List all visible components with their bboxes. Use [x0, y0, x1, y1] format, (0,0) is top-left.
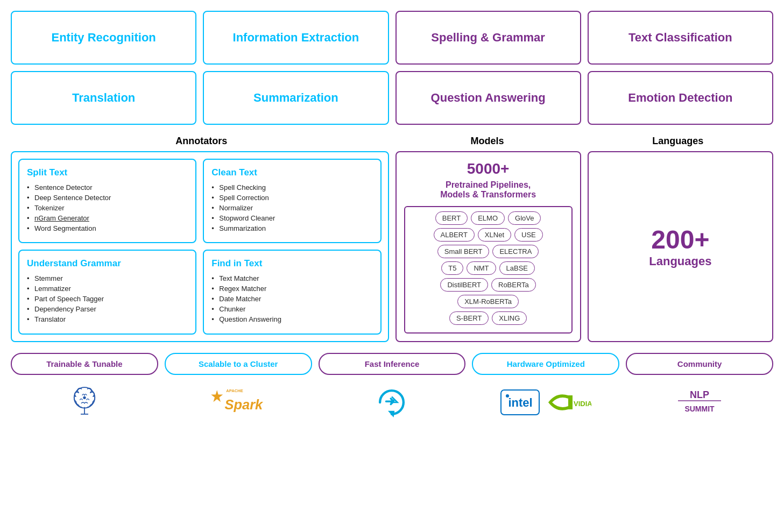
model-row-7: S-BERT XLING [409, 311, 567, 325]
model-tag: DistilBERT [440, 278, 488, 292]
svg-text:NLP: NLP [690, 389, 709, 400]
svg-point-10 [506, 394, 509, 398]
model-tag: XLM-RoBERTa [457, 295, 519, 308]
arrow-logo-cell [319, 384, 466, 421]
list-item: Stopword Cleaner [211, 213, 372, 223]
list-item: Deep Sentence Detector [27, 193, 188, 203]
model-tag: LaBSE [499, 261, 535, 275]
nlp-summit-logo-icon: NLP SUMMIT [673, 385, 726, 420]
brain-logo-icon [66, 384, 103, 421]
languages-label: Languages [583, 136, 773, 147]
middle-section: Split Text Sentence Detector Deep Senten… [11, 151, 773, 342]
languages-content: 200+ Languages [649, 225, 711, 268]
clean-text-title: Clean Text [211, 167, 372, 178]
hardware-logos-cell: intel VIDIA [472, 389, 619, 416]
spark-logo-cell: APACHE Spark [165, 384, 312, 421]
cap-translation[interactable]: Translation [11, 71, 196, 125]
feature-trainable[interactable]: Trainable & Tunable [11, 353, 158, 375]
model-tag: ELMO [471, 211, 505, 225]
svg-marker-7 [388, 410, 394, 417]
feature-scalable[interactable]: Scalable to a Cluster [165, 353, 312, 375]
features-strip: Trainable & Tunable Scalable to a Cluste… [11, 353, 773, 375]
list-item: Question Answering [211, 314, 372, 324]
model-row-5: DistilBERT RoBERTa [409, 278, 567, 292]
languages-count: 200+ [649, 225, 711, 254]
annotators-label: Annotators [11, 136, 392, 147]
understand-grammar-box: Understand Grammar Stemmer Lemmatizer Pa… [18, 250, 196, 334]
section-labels: Annotators Models Languages [11, 136, 773, 147]
list-item: Date Matcher [211, 294, 372, 304]
spark-logo-icon: APACHE Spark [209, 384, 268, 421]
model-tag: S-BERT [449, 311, 489, 325]
svg-text:SUMMIT: SUMMIT [684, 405, 715, 413]
svg-text:intel: intel [508, 396, 533, 409]
models-subtitle: Pretrained Pipelines,Models & Transforme… [440, 180, 536, 200]
model-tag: T5 [441, 261, 463, 275]
list-item: Tokenizer [27, 203, 188, 213]
list-item: Part of Speech Tagger [27, 294, 188, 304]
languages-text: Languages [649, 254, 711, 268]
model-tag: GloVe [508, 211, 541, 225]
model-tag: ELECTRA [492, 245, 539, 258]
logos-strip: APACHE Spark intel [11, 384, 773, 421]
split-text-list: Sentence Detector Deep Sentence Detector… [27, 182, 188, 233]
model-row-4: T5 NMT LaBSE [409, 261, 567, 275]
intel-logo-icon: intel [500, 389, 540, 416]
nvidia-logo-icon: VIDIA [546, 389, 591, 416]
find-in-text-title: Find in Text [211, 258, 372, 269]
svg-text:VIDIA: VIDIA [574, 400, 591, 408]
understand-grammar-list: Stemmer Lemmatizer Part of Speech Tagger… [27, 273, 188, 324]
list-item: nGram Generator [27, 213, 188, 223]
cap-entity-recognition[interactable]: Entity Recognition [11, 11, 196, 65]
nlp-summit-logo-cell: NLP SUMMIT [626, 385, 773, 420]
list-item: Text Matcher [211, 273, 372, 283]
svg-text:Spark: Spark [224, 396, 263, 412]
model-tag: ALBERT [434, 228, 475, 242]
feature-fast-inference[interactable]: Fast Inference [319, 353, 466, 375]
list-item: Summarization [211, 223, 372, 233]
cap-spelling-grammar[interactable]: Spelling & Grammar [395, 11, 581, 65]
list-item: Spell Checking [211, 182, 372, 193]
feature-hardware[interactable]: Hardware Optimized [472, 353, 619, 375]
list-item: Stemmer [27, 273, 188, 283]
model-row-3: Small BERT ELECTRA [409, 245, 567, 258]
understand-grammar-title: Understand Grammar [27, 258, 188, 269]
cap-information-extraction[interactable]: Information Extraction [203, 11, 389, 65]
find-in-text-list: Text Matcher Regex Matcher Date Matcher … [211, 273, 372, 324]
main-container: Entity Recognition Information Extractio… [11, 11, 773, 421]
list-item: Dependency Parser [27, 304, 188, 314]
list-item: Word Segmentation [27, 223, 188, 233]
list-item: Lemmatizer [27, 283, 188, 294]
cap-text-classification[interactable]: Text Classification [588, 11, 773, 65]
cap-emotion-detection[interactable]: Emotion Detection [588, 71, 773, 125]
list-item: Translator [27, 314, 188, 324]
model-row-2: ALBERT XLNet USE [409, 228, 567, 242]
models-count: 5000+ [467, 160, 510, 178]
annotators-area: Split Text Sentence Detector Deep Senten… [11, 151, 389, 342]
list-item: Regex Matcher [211, 283, 372, 294]
cap-question-answering[interactable]: Question Answering [395, 71, 581, 125]
model-tag: USE [514, 228, 543, 242]
list-item: Sentence Detector [27, 182, 188, 193]
models-area: 5000+ Pretrained Pipelines,Models & Tran… [395, 151, 581, 342]
split-text-title: Split Text [27, 167, 188, 178]
svg-point-3 [83, 396, 86, 399]
models-label: Models [392, 136, 583, 147]
model-tags-grid: BERT ELMO GloVe ALBERT XLNet USE Small B… [404, 206, 573, 334]
model-tag: BERT [435, 211, 468, 225]
model-tag: RoBERTa [491, 278, 536, 292]
svg-marker-5 [211, 390, 223, 402]
model-tag: XLNet [478, 228, 511, 242]
clean-text-box: Clean Text Spell Checking Spell Correcti… [203, 159, 381, 243]
list-item: Chunker [211, 304, 372, 314]
languages-area: 200+ Languages [588, 151, 773, 342]
model-tag: XLING [492, 311, 527, 325]
model-row-1: BERT ELMO GloVe [409, 211, 567, 225]
split-text-box: Split Text Sentence Detector Deep Senten… [18, 159, 196, 243]
list-item: Normalizer [211, 203, 372, 213]
find-in-text-box: Find in Text Text Matcher Regex Matcher … [203, 250, 381, 334]
clean-text-list: Spell Checking Spell Correction Normaliz… [211, 182, 372, 233]
feature-community[interactable]: Community [626, 353, 773, 375]
cap-summarization[interactable]: Summarization [203, 71, 389, 125]
brain-logo-cell [11, 384, 158, 421]
